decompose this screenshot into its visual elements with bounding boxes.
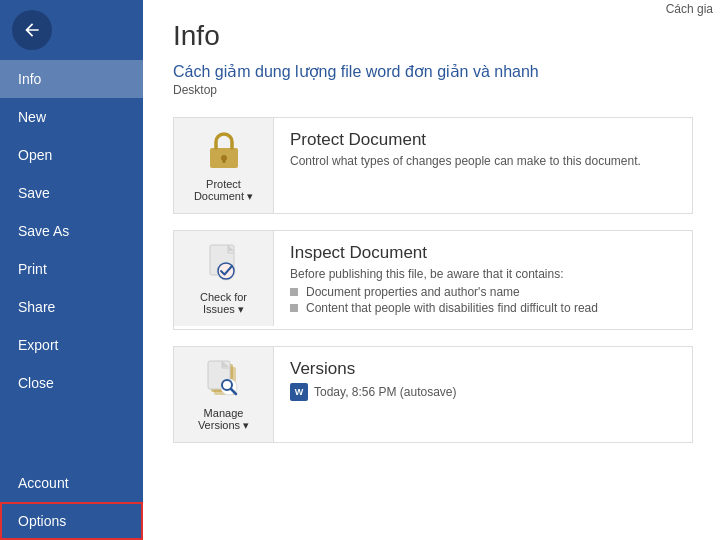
versions-label: ManageVersions ▾ <box>198 407 249 432</box>
sidebar-item-share[interactable]: Share <box>0 288 143 326</box>
inspect-document-icon-box[interactable]: Check forIssues ▾ <box>174 231 274 326</box>
sidebar-item-new[interactable]: New <box>0 98 143 136</box>
doc-title: Cách giảm dung lượng file word đơn giản … <box>173 62 693 81</box>
protect-document-icon <box>202 128 246 172</box>
inspect-document-label: Check forIssues ▾ <box>200 291 247 316</box>
sidebar-item-open[interactable]: Open <box>0 136 143 174</box>
sidebar-item-save-as[interactable]: Save As <box>0 212 143 250</box>
versions-entry-row: W Today, 8:56 PM (autosave) <box>290 383 676 401</box>
sidebar: Info New Open Save Save As Print Share E… <box>0 0 143 540</box>
sidebar-item-info-label: Info <box>18 71 41 87</box>
inspect-list-item-2: Content that people with disabilities fi… <box>290 301 676 315</box>
protect-document-title: Protect Document <box>290 130 676 150</box>
protect-document-label: ProtectDocument ▾ <box>194 178 253 203</box>
top-right-text: Cách gia <box>666 2 713 16</box>
sidebar-item-info[interactable]: Info <box>0 60 143 98</box>
protect-document-icon-box[interactable]: ProtectDocument ▾ <box>174 118 274 213</box>
inspect-document-icon <box>202 241 246 285</box>
sidebar-item-share-label: Share <box>18 299 55 315</box>
page-title: Info <box>173 20 693 52</box>
sidebar-item-print-label: Print <box>18 261 47 277</box>
doc-location: Desktop <box>173 83 693 97</box>
back-button[interactable] <box>12 10 52 50</box>
sidebar-item-print[interactable]: Print <box>0 250 143 288</box>
versions-section: ManageVersions ▾ Versions W Today, 8:56 … <box>173 346 693 443</box>
bullet-icon-2 <box>290 304 298 312</box>
sidebar-item-new-label: New <box>18 109 46 125</box>
versions-content: Versions W Today, 8:56 PM (autosave) <box>274 347 692 413</box>
protect-document-content: Protect Document Control what types of c… <box>274 118 692 184</box>
main-content: Cách gia Info Cách giảm dung lượng file … <box>143 0 723 540</box>
versions-icon-box[interactable]: ManageVersions ▾ <box>174 347 274 442</box>
word-icon: W <box>290 383 308 401</box>
sidebar-item-account[interactable]: Account <box>0 464 143 502</box>
sidebar-item-options-label: Options <box>18 513 66 529</box>
versions-entry-text: Today, 8:56 PM (autosave) <box>314 385 457 399</box>
inspect-document-desc: Before publishing this file, be aware th… <box>290 267 676 281</box>
sidebar-item-close-label: Close <box>18 375 54 391</box>
inspect-list-item-1: Document properties and author's name <box>290 285 676 299</box>
sidebar-item-export-label: Export <box>18 337 58 353</box>
protect-document-desc: Control what types of changes people can… <box>290 154 676 168</box>
versions-icon <box>202 357 246 401</box>
sidebar-item-account-label: Account <box>18 475 69 491</box>
inspect-document-list: Document properties and author's name Co… <box>290 285 676 315</box>
bullet-icon-1 <box>290 288 298 296</box>
sidebar-item-open-label: Open <box>18 147 52 163</box>
sidebar-item-export[interactable]: Export <box>0 326 143 364</box>
sidebar-item-save-label: Save <box>18 185 50 201</box>
sidebar-item-save[interactable]: Save <box>0 174 143 212</box>
sidebar-item-options[interactable]: Options <box>0 502 143 540</box>
versions-title: Versions <box>290 359 676 379</box>
inspect-document-section: Check forIssues ▾ Inspect Document Befor… <box>173 230 693 330</box>
inspect-document-content: Inspect Document Before publishing this … <box>274 231 692 329</box>
sidebar-item-save-as-label: Save As <box>18 223 69 239</box>
inspect-document-title: Inspect Document <box>290 243 676 263</box>
sidebar-item-close[interactable]: Close <box>0 364 143 402</box>
svg-rect-2 <box>222 158 225 163</box>
protect-document-section: ProtectDocument ▾ Protect Document Contr… <box>173 117 693 214</box>
